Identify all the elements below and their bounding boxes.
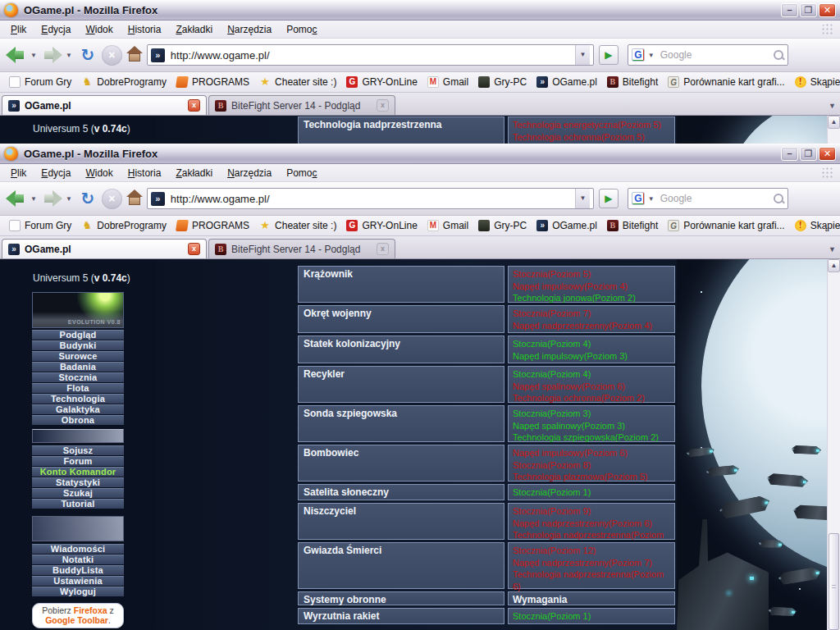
back-dropdown-icon[interactable]: ▼	[30, 52, 37, 59]
tab-close-icon[interactable]: x	[377, 99, 389, 112]
ship-name-cell[interactable]: Wyrzutnia rakiet	[298, 608, 504, 624]
search-magnifier-icon[interactable]	[773, 49, 784, 61]
menu-plik[interactable]: Plik	[3, 165, 34, 181]
url-bar[interactable]: » ▼	[147, 44, 594, 66]
sidebar-item-statystyki[interactable]: Statystyki	[32, 477, 124, 488]
back-button[interactable]	[6, 43, 27, 67]
search-engine-dropdown-icon[interactable]: ▼	[648, 52, 655, 59]
menu-historia[interactable]: Historia	[121, 21, 169, 38]
scrollbar-thumb[interactable]	[829, 533, 839, 630]
tab-list-dropdown-icon[interactable]: ▼	[829, 245, 836, 253]
forward-dropdown-icon[interactable]: ▼	[66, 195, 72, 203]
menu-edycja[interactable]: Edycja	[34, 21, 78, 38]
url-bar[interactable]: » ▼	[147, 188, 594, 209]
menu-plik[interactable]: Plik	[3, 21, 34, 38]
requirement-link[interactable]: Stocznia(Poziom 3)	[513, 408, 670, 420]
bookmark-item[interactable]: !Skąpiec.pl	[790, 220, 840, 231]
requirement-link[interactable]: Technologia energetyczna(Poziom 5)	[513, 119, 670, 131]
url-history-dropdown[interactable]: ▼	[575, 45, 590, 65]
forward-button[interactable]	[41, 43, 62, 67]
sidebar-item-tutorial[interactable]: Tutorial	[32, 499, 124, 509]
sidebar-item-obrona[interactable]: Obrona	[32, 415, 124, 426]
sidebar-item-szukaj[interactable]: Szukaj	[32, 488, 124, 499]
requirement-link[interactable]: Stocznia(Poziom 1)	[513, 610, 670, 623]
search-magnifier-icon[interactable]	[773, 193, 784, 204]
bookmark-item[interactable]: GPorównanie kart grafi...	[663, 220, 789, 231]
menu-narzedzia[interactable]: Narzędzia	[220, 21, 279, 38]
sidebar-item-konto-komandor[interactable]: Konto Komandor	[32, 467, 124, 477]
forward-button[interactable]	[41, 186, 62, 211]
bookmark-item[interactable]: Gry-PC	[473, 76, 532, 88]
sidebar-item-notatki[interactable]: Notatki	[32, 555, 124, 565]
bookmark-item[interactable]: Gry-PC	[473, 220, 532, 231]
sidebar-item-badania[interactable]: Badania	[32, 362, 124, 372]
menu-widok[interactable]: Widok	[78, 21, 120, 38]
bookmark-item[interactable]: »OGame.pl	[532, 76, 602, 88]
menu-pomoc[interactable]: Pomoc	[279, 21, 324, 38]
ship-name-cell[interactable]: Bombowiec	[298, 445, 504, 482]
bookmark-item[interactable]: »OGame.pl	[532, 220, 602, 231]
ship-name-cell[interactable]: Statek kolonizacyjny	[298, 336, 504, 363]
bookmark-item[interactable]: ★Cheater site :)	[254, 76, 341, 88]
requirement-link[interactable]: Napęd impulsowy(Poziom 4)	[513, 281, 670, 293]
requirement-link[interactable]: Technologia nadprzestrzenna(Poziom 6)	[513, 568, 670, 592]
requirement-link[interactable]: Napęd impulsowy(Poziom 6)	[513, 447, 670, 459]
bookmark-item[interactable]: GGRY-OnLine	[341, 76, 422, 88]
sidebar-item-wyloguj[interactable]: Wyloguj	[32, 587, 124, 597]
search-box[interactable]: G ▼	[628, 188, 788, 209]
requirement-link[interactable]: Stocznia(Poziom 9)	[513, 505, 670, 518]
ship-name-cell[interactable]: Satelita słoneczny	[298, 484, 504, 500]
sidebar-item-surowce[interactable]: Surowce	[32, 351, 124, 362]
minimize-button[interactable]: –	[781, 147, 798, 161]
scroll-up-icon[interactable]: ▲	[828, 116, 840, 129]
tab-ogame[interactable]: » OGame.pl x	[2, 239, 207, 258]
menu-edycja[interactable]: Edycja	[34, 165, 78, 181]
requirement-link[interactable]: Napęd impulsowy(Poziom 3)	[513, 350, 670, 363]
tab-close-icon[interactable]: x	[188, 243, 200, 255]
sidebar-item-forum[interactable]: Forum	[32, 456, 124, 467]
maximize-button[interactable]: ❐	[800, 3, 817, 17]
close-button[interactable]: ✕	[819, 3, 836, 17]
firefox-toolbar-promo-button[interactable]: Pobierz Firefoxa z Google Toolbar.	[32, 603, 124, 628]
ship-name-cell[interactable]: Krążownik	[298, 266, 504, 303]
sidebar-item-sojusz[interactable]: Sojusz	[32, 445, 124, 456]
menu-widok[interactable]: Widok	[78, 165, 120, 181]
maximize-button[interactable]: ❐	[800, 147, 817, 161]
requirement-link[interactable]: Napęd spalinowy(Poziom 3)	[513, 420, 670, 432]
tab-ogame[interactable]: » OGame.pl x	[2, 95, 207, 115]
bookmark-item[interactable]: Forum Gry	[4, 220, 76, 231]
requirement-link[interactable]: Stocznia(Poziom 7)	[513, 308, 670, 320]
sidebar-item-podgląd[interactable]: Podgląd	[32, 330, 124, 340]
reload-button[interactable]: ↻	[76, 186, 99, 211]
search-input[interactable]	[659, 48, 770, 62]
sidebar-item-technologia[interactable]: Technologia	[32, 394, 124, 404]
scroll-up-icon[interactable]: ▲	[828, 259, 840, 272]
ship-name-cell[interactable]: Okręt wojenny	[298, 305, 504, 333]
ship-name-cell[interactable]: Recykler	[298, 366, 504, 403]
tab-close-icon[interactable]: x	[377, 243, 389, 255]
sidebar-item-buddylista[interactable]: BuddyLista	[32, 565, 124, 576]
requirement-link[interactable]: Stocznia(Poziom 1)	[513, 486, 670, 499]
back-dropdown-icon[interactable]: ▼	[30, 195, 37, 203]
menu-zakladki[interactable]: Zakładki	[168, 165, 220, 181]
bookmark-item[interactable]: BBitefight	[602, 220, 663, 231]
requirement-link[interactable]: Technologia jonowa(Poziom 2)	[513, 292, 670, 304]
requirement-link[interactable]: Stocznia(Poziom 12)	[513, 545, 670, 557]
bookmark-item[interactable]: PROGRAMS	[171, 220, 254, 231]
bookmark-item[interactable]: ♞DobreProgramy	[76, 76, 171, 88]
menu-narzedzia[interactable]: Narzędzia	[220, 165, 279, 181]
requirement-link[interactable]: Technologia szpiegowska(Poziom 2)	[513, 431, 670, 444]
sidebar-item-ustawienia[interactable]: Ustawienia	[32, 576, 124, 587]
minimize-button[interactable]: –	[781, 3, 798, 17]
sidebar-item-flota[interactable]: Flota	[32, 383, 124, 394]
requirement-link[interactable]: Stocznia(Poziom 4)	[513, 368, 670, 381]
requirement-link[interactable]: Napęd nadprzestrzenny(Poziom 7)	[513, 557, 670, 569]
page-scrollbar[interactable]: ▲	[827, 116, 840, 144]
sidebar-item-budynki[interactable]: Budynki	[32, 340, 124, 351]
requirement-link[interactable]: Stocznia(Poziom 4)	[513, 338, 670, 350]
tech-name-cell[interactable]: Technologia nadprzestrzenna	[298, 116, 504, 144]
bookmark-item[interactable]: MGmail	[422, 220, 473, 231]
bookmark-item[interactable]: !Skąpiec.pl	[790, 76, 840, 88]
requirement-link[interactable]: Napęd spalinowy(Poziom 6)	[513, 381, 670, 393]
url-history-dropdown[interactable]: ▼	[575, 189, 590, 208]
